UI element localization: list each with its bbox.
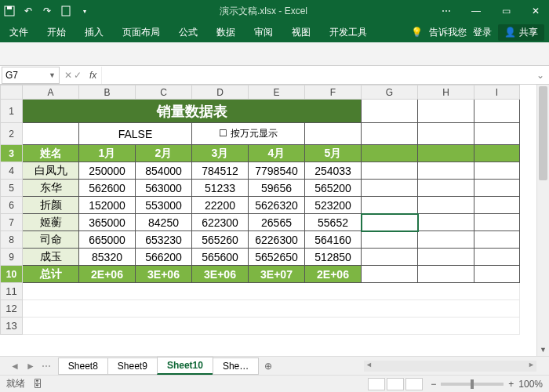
normal-view-icon[interactable] (368, 378, 385, 390)
cell[interactable] (474, 162, 520, 180)
row-header[interactable]: 9 (1, 249, 23, 266)
total-cell[interactable]: 3E+06 (192, 266, 249, 283)
tab-data[interactable]: 数据 (207, 22, 245, 42)
tab-page-layout[interactable]: 页面布局 (113, 22, 169, 42)
cell[interactable] (23, 300, 520, 318)
sheet-nav-more-icon[interactable]: ⋯ (39, 361, 53, 372)
total-cell[interactable]: 3E+06 (136, 266, 192, 283)
minimize-icon[interactable]: — (466, 5, 486, 16)
tab-insert[interactable]: 插入 (75, 22, 113, 42)
data-cell[interactable]: 665000 (79, 231, 136, 249)
cell[interactable] (418, 123, 474, 145)
checkbox-cell[interactable]: ☐ 按万元显示 (192, 123, 305, 145)
data-cell[interactable]: 6226300 (249, 231, 305, 249)
sheet-tab[interactable]: Sheet10 (157, 357, 213, 375)
cell[interactable] (418, 162, 474, 180)
sheet-tab[interactable]: Sheet9 (107, 358, 158, 375)
cell[interactable] (418, 231, 474, 249)
row-header[interactable]: 4 (1, 162, 23, 180)
undo-icon[interactable]: ↶ (22, 5, 35, 17)
cell[interactable] (362, 145, 418, 162)
add-sheet-icon[interactable]: ⊕ (258, 361, 278, 372)
cell[interactable] (474, 214, 520, 231)
header-cell[interactable]: 3月 (192, 145, 249, 162)
total-cell[interactable]: 2E+06 (305, 266, 362, 283)
data-cell[interactable]: 85320 (79, 249, 136, 266)
data-cell[interactable]: 254033 (305, 162, 362, 180)
selected-cell[interactable] (362, 214, 418, 231)
cell[interactable] (362, 266, 418, 283)
header-cell[interactable]: 2月 (136, 145, 192, 162)
qat-dropdown-icon[interactable]: ▾ (78, 5, 91, 17)
cell[interactable] (474, 266, 520, 283)
col-header[interactable]: H (418, 85, 474, 100)
name-cell[interactable]: 成玉 (23, 249, 79, 266)
data-cell[interactable]: 563000 (136, 180, 192, 197)
cell[interactable] (305, 123, 362, 145)
sheet-tab[interactable]: Sheet8 (58, 358, 108, 375)
col-header[interactable]: E (249, 85, 305, 100)
data-cell[interactable]: 622300 (192, 214, 249, 231)
data-cell[interactable]: 512850 (305, 249, 362, 266)
zoom-level[interactable]: 100% (518, 379, 543, 390)
tab-developer[interactable]: 开发工具 (320, 22, 376, 42)
cell[interactable] (474, 100, 520, 123)
zoom-in-icon[interactable]: + (508, 379, 514, 390)
select-all-corner[interactable] (1, 85, 23, 100)
login-link[interactable]: 登录 (473, 26, 492, 39)
data-cell[interactable]: 523200 (305, 197, 362, 214)
cell[interactable] (418, 249, 474, 266)
data-cell[interactable]: 55652 (305, 214, 362, 231)
redo-icon[interactable]: ↷ (41, 5, 53, 17)
cell[interactable] (418, 180, 474, 197)
cancel-formula-icon[interactable]: ✕ (64, 70, 72, 81)
cell[interactable] (23, 123, 79, 145)
formula-input[interactable] (101, 67, 532, 84)
zoom-slider[interactable] (441, 383, 504, 386)
share-button[interactable]: 👤 共享 (498, 24, 544, 41)
save-icon[interactable] (3, 5, 16, 17)
cell[interactable] (474, 180, 520, 197)
tab-review[interactable]: 审阅 (245, 22, 282, 42)
row-header[interactable]: 2 (1, 123, 23, 145)
cell[interactable] (362, 197, 418, 214)
data-cell[interactable]: 250000 (79, 162, 136, 180)
name-box[interactable]: G7 ▼ (2, 67, 60, 84)
data-cell[interactable]: 152000 (79, 197, 136, 214)
scroll-thumb[interactable] (539, 86, 547, 180)
col-header[interactable]: D (192, 85, 249, 100)
cell[interactable] (474, 197, 520, 214)
zoom-out-icon[interactable]: − (431, 379, 436, 390)
page-layout-view-icon[interactable] (387, 378, 404, 390)
data-cell[interactable]: 365000 (79, 214, 136, 231)
header-cell[interactable]: 姓名 (23, 145, 79, 162)
row-header[interactable]: 10 (1, 266, 23, 283)
page-break-view-icon[interactable] (405, 378, 423, 390)
row-header[interactable]: 7 (1, 214, 23, 231)
data-cell[interactable]: 26565 (249, 214, 305, 231)
ribbon-options-icon[interactable]: ⋯ (436, 5, 456, 16)
tell-me[interactable]: 告诉我您 (429, 26, 467, 39)
cell[interactable] (362, 100, 418, 123)
cell[interactable] (362, 123, 418, 145)
data-cell[interactable]: 565200 (305, 180, 362, 197)
horizontal-scrollbar[interactable]: ◄ ► (364, 361, 536, 372)
row-header[interactable]: 11 (1, 283, 23, 300)
row-header[interactable]: 13 (1, 318, 23, 335)
name-cell[interactable]: 东华 (23, 180, 79, 197)
cell[interactable] (362, 162, 418, 180)
data-cell[interactable]: 784512 (192, 162, 249, 180)
scroll-down-icon[interactable]: ▼ (537, 343, 549, 356)
header-cell[interactable]: 5月 (305, 145, 362, 162)
col-header[interactable]: A (23, 85, 79, 100)
cell[interactable] (474, 249, 520, 266)
data-cell[interactable]: 59656 (249, 180, 305, 197)
data-cell[interactable]: 564160 (305, 231, 362, 249)
data-cell[interactable]: 565260 (192, 231, 249, 249)
tab-home[interactable]: 开始 (38, 22, 75, 42)
data-cell[interactable]: 553000 (136, 197, 192, 214)
spreadsheet-grid[interactable]: A B C D E F G H I 1 销量数据表 2 FALSE ☐ 按万元显… (0, 85, 549, 356)
enter-formula-icon[interactable]: ✓ (74, 70, 82, 81)
name-cell[interactable]: 折颜 (23, 197, 79, 214)
row-header[interactable]: 3 (1, 145, 23, 162)
